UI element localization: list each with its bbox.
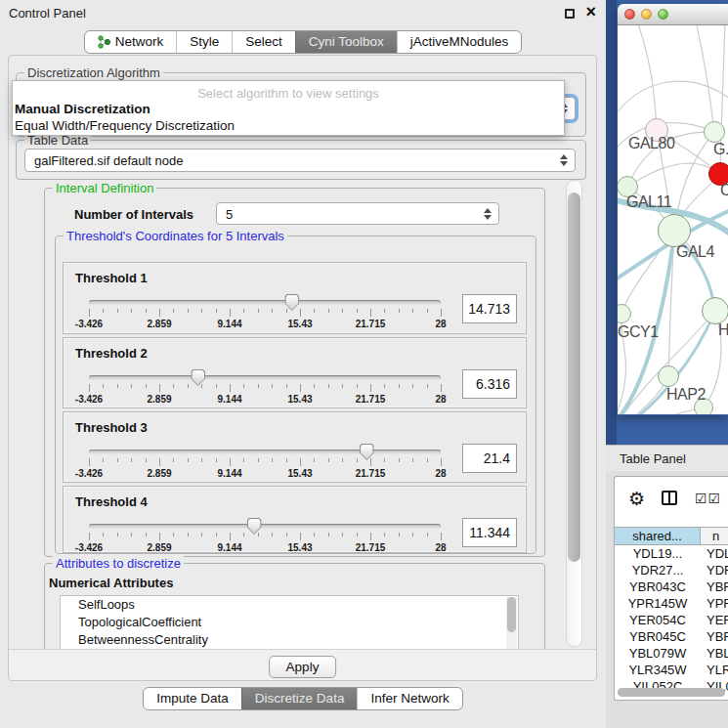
threshold-value-field[interactable]: 14.713: [462, 294, 517, 323]
settings-scrollbar[interactable]: [566, 180, 582, 647]
cell-shared-name[interactable]: YDL19...: [615, 545, 701, 562]
float-panel-icon[interactable]: [565, 9, 575, 19]
numerical-attributes-list[interactable]: SelfLoopsTopologicalCoefficientBetweenne…: [60, 595, 519, 649]
table-row[interactable]: YDR27...YDR2: [615, 562, 728, 578]
threshold-slider[interactable]: [89, 300, 441, 305]
network-canvas[interactable]: GAL80G.CGAL11GAL4GCY1HHAP2: [618, 25, 728, 414]
table-data-combobox[interactable]: galFiltered.sif default node: [24, 149, 576, 172]
cell-name[interactable]: YPR1: [701, 595, 728, 612]
node-table-header-row: shared... n: [615, 527, 728, 545]
settings-scrollbar-thumb[interactable]: [568, 193, 580, 562]
tab-label: Impute Data: [156, 688, 229, 709]
application-root: Control Panel × NetworkStyleSelectCyni T…: [0, 0, 728, 728]
table-row[interactable]: YER054CYER0: [615, 612, 728, 628]
bottom-tab-bar-wrap: Impute DataDiscretize DataInfer Network: [0, 687, 606, 710]
threshold-slider[interactable]: [89, 450, 441, 454]
slider-tick-labels: -3.4262.8599.14415.4321.71528: [89, 394, 441, 406]
threshold-value-field[interactable]: 11.344: [462, 518, 517, 547]
cell-shared-name[interactable]: YBL079W: [615, 645, 701, 662]
algorithm-option-equal-width[interactable]: Equal Width/Frequency Discretization: [15, 118, 235, 133]
table-row[interactable]: YBR043CYBR0: [615, 578, 728, 595]
attributes-group-title: Attributes to discretize: [53, 556, 184, 571]
cell-name[interactable]: YER0: [701, 612, 728, 628]
algorithm-option-manual[interactable]: Manual Discretization: [15, 102, 150, 116]
apply-button[interactable]: Apply: [269, 656, 337, 678]
tab-jactivemnodules[interactable]: jActiveMNodules: [397, 31, 522, 53]
cell-shared-name[interactable]: YDR27...: [615, 562, 701, 578]
cell-shared-name[interactable]: YBR045C: [615, 628, 701, 645]
tick-label: 21.715: [356, 319, 386, 329]
network-node[interactable]: [702, 297, 728, 324]
tick-label: 2.859: [147, 319, 171, 329]
number-of-intervals-value: 5: [226, 207, 233, 222]
tick-label: 28: [435, 319, 446, 329]
table-horizontal-scrollbar[interactable]: [618, 688, 725, 697]
close-icon[interactable]: ×: [585, 2, 596, 22]
split-view-icon[interactable]: [662, 491, 677, 505]
settings-scroll-area: Interval Definition Number of Intervals …: [16, 178, 565, 649]
threshold-panel-1: Threshold 1 -3.4262.8599.14415.4321.7152…: [63, 262, 527, 334]
close-window-icon[interactable]: [624, 9, 635, 20]
threshold-value-field[interactable]: 6.316: [462, 369, 517, 399]
cell-shared-name[interactable]: YPR145W: [615, 595, 701, 612]
tab-cyni-toolbox[interactable]: Cyni Toolbox: [295, 31, 397, 53]
node-table[interactable]: shared... n YDL19...YDL1YDR27...YDR2YBR0…: [615, 527, 728, 695]
threshold-slider[interactable]: [89, 524, 441, 529]
node-label-gcy1: GCY1: [618, 323, 659, 341]
interval-definition-group: Interval Definition Number of Intervals …: [44, 188, 545, 557]
cell-name[interactable]: YDR2: [701, 562, 728, 578]
node-table-rows: YDL19...YDL1YDR27...YDR2YBR043CYBR0YPR14…: [615, 545, 728, 695]
tick-label: 2.859: [147, 542, 171, 553]
tick-label: 28: [435, 394, 446, 405]
combo-arrows-icon: [483, 203, 492, 224]
threshold-value-field[interactable]: 21.4: [462, 444, 517, 473]
cyni-toolbox-panel: Discretization Algorithm Select algorith…: [8, 55, 597, 681]
checkbox-icons[interactable]: ☑☑: [695, 491, 721, 506]
attributes-scrollbar[interactable]: [506, 597, 517, 649]
tick-label: -3.426: [75, 542, 103, 553]
network-tab-icon: [98, 35, 110, 49]
cell-shared-name[interactable]: YBR043C: [615, 578, 701, 595]
tick-label: 2.859: [147, 468, 171, 479]
table-row[interactable]: YBL079WYBL0: [615, 645, 728, 662]
attribute-item-betweennesscentrality[interactable]: BetweennessCentrality: [61, 631, 518, 649]
tab-infer-network[interactable]: Infer Network: [357, 688, 461, 709]
node-label-g-: G.: [713, 141, 728, 158]
tick-label: 9.144: [217, 394, 241, 405]
cell-name[interactable]: YBR0: [701, 628, 728, 645]
column-header-shared-name[interactable]: shared...: [615, 528, 701, 544]
attribute-item-selfloops[interactable]: SelfLoops: [61, 596, 518, 614]
zoom-window-icon[interactable]: [658, 9, 668, 20]
table-panel-body: ⚙ ☑☑ shared... n YDL19...YDL1YDR27...YDR…: [614, 476, 728, 701]
cell-name[interactable]: YBL0: [701, 645, 728, 662]
threshold-slider[interactable]: [89, 375, 441, 380]
cell-name[interactable]: YBR0: [701, 578, 728, 595]
gear-icon[interactable]: ⚙: [628, 488, 645, 510]
table-row[interactable]: YLR345WYLR3: [615, 662, 728, 678]
network-node[interactable]: [658, 214, 691, 247]
slider-ticks: [89, 309, 441, 318]
control-panel-titlebar: Control Panel ×: [0, 0, 606, 25]
tab-select[interactable]: Select: [232, 31, 295, 53]
minimize-window-icon[interactable]: [641, 9, 652, 20]
cell-shared-name[interactable]: YER054C: [615, 612, 701, 628]
network-node[interactable]: [658, 365, 679, 387]
slider-tick-labels: -3.4262.8599.14415.4321.71528: [89, 319, 441, 330]
slider-ticks: [89, 384, 441, 393]
cell-name[interactable]: YDL1: [701, 545, 728, 562]
column-header-name[interactable]: n: [701, 528, 728, 544]
network-node[interactable]: [704, 121, 725, 143]
number-of-intervals-combobox[interactable]: 5: [216, 202, 499, 225]
algorithm-dropdown-popup: Select algorithm to view settings Manual…: [12, 80, 565, 136]
table-row[interactable]: YPR145WYPR1: [615, 595, 728, 612]
table-data-value: galFiltered.sif default node: [34, 153, 183, 168]
table-row[interactable]: YBR045CYBR0: [615, 628, 728, 645]
tab-network[interactable]: Network: [85, 31, 177, 53]
tab-impute-data[interactable]: Impute Data: [144, 688, 241, 709]
tab-discretize-data[interactable]: Discretize Data: [241, 688, 358, 709]
cell-name[interactable]: YLR3: [701, 662, 728, 678]
table-row[interactable]: YDL19...YDL1: [615, 545, 728, 562]
cell-shared-name[interactable]: YLR345W: [615, 662, 701, 678]
attribute-item-topologicalcoefficient[interactable]: TopologicalCoefficient: [61, 614, 518, 631]
tab-style[interactable]: Style: [176, 31, 232, 53]
